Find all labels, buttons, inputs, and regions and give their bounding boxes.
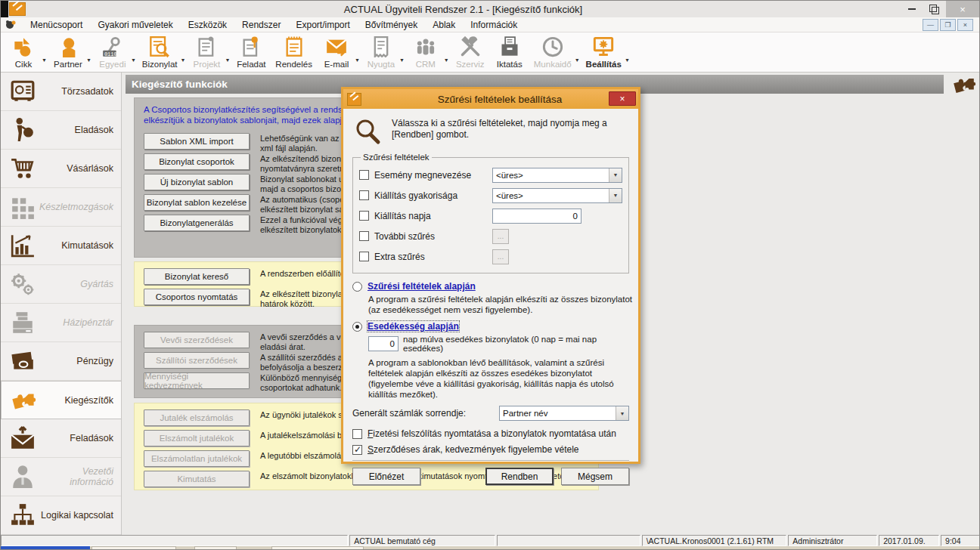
tovabbi-szures-browse-button[interactable]: ... <box>492 229 509 244</box>
button-description: Az automatikus (csoporelkészített bizony… <box>260 194 347 215</box>
menu-logo-icon <box>5 19 17 31</box>
dialog-close-button[interactable]: × <box>609 91 636 106</box>
gyakorisag-combo[interactable]: <üres>▼ <box>492 188 622 203</box>
esedekesseg-radio-label[interactable]: Esedékesség alapján <box>368 321 459 332</box>
tovabbi-szures-checkbox[interactable] <box>359 231 369 241</box>
sidebar-item-vasarlasok[interactable]: Vásárlások <box>1 150 121 188</box>
sablon-xml-import-button[interactable]: Sablon XML import <box>144 133 250 150</box>
sidebar-item-eladasok[interactable]: Eladások <box>1 111 121 150</box>
bizonylat-sablon-kezelese-button[interactable]: Bizonylat sablon kezelése <box>144 194 250 211</box>
szerzodeses-arak-checkbox[interactable] <box>352 445 362 455</box>
status-company: ACTUAL bemutató cég <box>349 535 495 546</box>
crm-dropdown-arrow[interactable]: ▼ <box>444 57 449 63</box>
email-dropdown-arrow[interactable]: ▼ <box>355 57 360 63</box>
projekt-dropdown-arrow[interactable]: ▼ <box>225 57 230 63</box>
person-icon <box>10 464 40 490</box>
nyugta-dropdown-arrow[interactable]: ▼ <box>399 57 405 63</box>
sidebar-item-torzsadatok[interactable]: Törzsadatok <box>1 73 121 111</box>
kiallitas-napja-input[interactable] <box>492 209 581 224</box>
mdi-close-button[interactable]: × <box>957 19 973 31</box>
chevron-down-icon[interactable]: ▼ <box>609 189 622 202</box>
menu-bovitmenyek[interactable]: Bővítmények <box>358 17 425 32</box>
elszamolatlan-jutalekok-button[interactable]: Elszámolatlan jutalékok <box>144 450 250 467</box>
toolbar-email[interactable]: E-mail <box>317 34 356 70</box>
toolbar-iktatas[interactable]: Iktatás <box>490 34 529 70</box>
fizetesi-felszolitas-label: Fizetési felszólítás nyomtatása a bizony… <box>368 428 616 439</box>
app-logo-icon <box>9 2 26 16</box>
sidebar-item-hazipenztar[interactable]: Házipénztár <box>1 304 121 342</box>
mdi-restore-button[interactable]: ❐ <box>940 19 956 31</box>
sidebar-item-keszletmozgasok[interactable]: Készletmozgások <box>1 188 121 227</box>
toolbar-szerviz[interactable]: Szerviz <box>451 34 490 70</box>
extra-szures-checkbox[interactable] <box>359 252 369 261</box>
jutalek-elszamolas-button[interactable]: Jutalék elszámolás <box>144 409 250 426</box>
bizonylat-dropdown-arrow[interactable]: ▼ <box>180 57 185 63</box>
megsem-button[interactable]: Mégsem <box>561 468 629 485</box>
toolbar-projekt[interactable]: Projekt <box>187 34 226 70</box>
szallitoi-szerzodesek-button[interactable]: Szállítói szerződések <box>144 352 250 369</box>
fizetesi-felszolitas-checkbox[interactable] <box>352 429 362 439</box>
toolbar-bizonylat[interactable]: Bizonylat <box>138 34 182 70</box>
sidebar-item-logikai-kapcsolat[interactable]: Logikai kapcsolat <box>1 496 121 535</box>
beallitas-dropdown-arrow[interactable]: ▼ <box>625 57 630 63</box>
menu-ablak[interactable]: Ablak <box>425 17 463 32</box>
sidebar-item-gyartas[interactable]: Gyártás <box>1 265 121 304</box>
minimize-button[interactable] <box>901 1 923 17</box>
bizonylatgeneralas-button[interactable]: Bizonylatgenerálás <box>144 215 250 231</box>
status-date: 2017.01.09. <box>879 535 939 546</box>
rendben-button[interactable]: Rendben <box>485 468 554 485</box>
cikk-dropdown-arrow[interactable]: ▼ <box>42 57 47 63</box>
chevron-down-icon[interactable]: ▼ <box>616 406 628 420</box>
esedekesseg-radio[interactable] <box>352 322 362 332</box>
toolbar-munkaido[interactable]: Munkaidő <box>529 34 576 70</box>
bizonylat-csoportok-button[interactable]: Bizonylat csoportok <box>144 153 250 170</box>
menu-export-import[interactable]: Export/import <box>288 17 357 32</box>
sidebar-item-vezetoi-informacio[interactable]: Vezetői információ <box>1 458 121 496</box>
menu-informaciok[interactable]: Információk <box>463 17 525 32</box>
csoportos-nyomtatas-button[interactable]: Csoportos nyomtatás <box>144 289 250 305</box>
extra-szures-browse-button[interactable]: ... <box>492 249 509 264</box>
toolbar-partner[interactable]: Partner <box>48 34 88 70</box>
partner-dropdown-arrow[interactable]: ▼ <box>86 57 91 63</box>
munkaido-dropdown-arrow[interactable]: ▼ <box>575 57 580 63</box>
kiallitas-napja-checkbox[interactable] <box>359 211 369 221</box>
chevron-down-icon[interactable]: ▼ <box>609 168 622 182</box>
sidebar-item-penzugy[interactable]: Pénzügy <box>1 342 121 381</box>
close-button[interactable]: × <box>946 1 979 17</box>
gyakorisag-checkbox[interactable] <box>359 190 369 200</box>
uj-bizonylat-sablon-button[interactable]: Új bizonylat sablon <box>144 174 250 190</box>
toolbar-cikk[interactable]: Cikk <box>4 34 43 70</box>
sidebar-item-kiegeszitok[interactable]: Kiegészítők <box>1 381 121 419</box>
menu-rendszer[interactable]: Rendszer <box>234 17 288 32</box>
bizonylat-kereso-button[interactable]: Bizonylat kereső <box>144 268 250 285</box>
esemeny-combo[interactable]: <üres>▼ <box>492 168 622 183</box>
mennyisegi-kedvezmenyek-button[interactable]: Mennyiségi kedvezmények <box>144 372 250 389</box>
menu-eszkozok[interactable]: Eszközök <box>181 17 234 32</box>
restore-button[interactable] <box>923 1 946 17</box>
toolbar-crm[interactable]: CRM <box>406 34 445 70</box>
button-description: A legutóbbi elszámolás ó <box>260 450 352 461</box>
szuresi-feltetelek-radio[interactable] <box>352 282 362 292</box>
esedekesseg-napok-input[interactable] <box>368 336 399 351</box>
dialog-app-icon <box>347 93 361 106</box>
sorrend-combo[interactable]: Partner név▼ <box>499 406 629 421</box>
elonezet-button[interactable]: Előnézet <box>352 468 420 485</box>
toolbar-nyugta[interactable]: Nyugta <box>361 34 401 70</box>
toolbar-beallitas[interactable]: Beállítás <box>581 34 626 70</box>
toolbar-feladat[interactable]: Feladat <box>231 34 271 70</box>
mdi-minimize-button[interactable]: — <box>923 19 938 31</box>
toolbar-egyedi[interactable]: 0110 Egyedi <box>93 34 132 70</box>
kimutatas-button[interactable]: Kimutatás <box>144 471 250 487</box>
szuresi-feltetelek-radio-label[interactable]: Szűrési feltételek alapján <box>368 281 476 292</box>
sidebar-item-feladasok[interactable]: Feladások <box>1 419 121 458</box>
esemeny-checkbox[interactable] <box>359 170 369 180</box>
sidebar-item-kimutatasok[interactable]: Kimutatások <box>1 227 121 265</box>
menu-gyakori-muveletek[interactable]: Gyakori műveletek <box>90 17 180 32</box>
elszamolt-jutalekok-button[interactable]: Elszámolt jutalékok <box>144 430 250 446</box>
vevoi-szerzodesek-button[interactable]: Vevői szerződések <box>144 332 250 348</box>
application-window: ACTUAL Ügyviteli Rendszer 2.1 - [Kiegész… <box>0 0 980 550</box>
menu-menucsoport[interactable]: Menücsoport <box>23 17 90 32</box>
egyedi-dropdown-arrow[interactable]: ▼ <box>131 57 136 63</box>
toolbar-rendeles[interactable]: Rendelés <box>271 34 317 70</box>
status-bar: ACTUAL bemutató cég \ACTUAL.Kronos0001 (… <box>1 535 980 546</box>
